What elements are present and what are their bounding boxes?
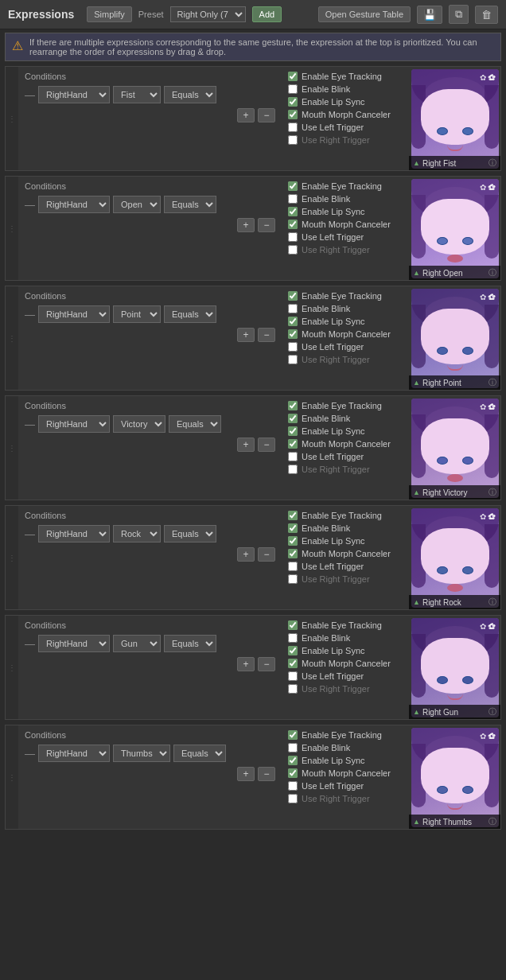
checkbox-use_right_trigger-point[interactable] (288, 355, 298, 364)
delete-icon-button[interactable]: 🗑 (475, 6, 498, 24)
checkbox-use_left_trigger-gun[interactable] (288, 671, 298, 681)
info-icon-victory[interactable]: ⓘ (488, 487, 496, 498)
checkbox-enable_blink-victory[interactable] (288, 414, 298, 423)
equals-select-point[interactable]: Equals (164, 305, 216, 323)
gesture-select-gun[interactable]: Gun (113, 635, 161, 652)
checkbox-enable_blink-rock[interactable] (288, 523, 298, 533)
preset-select[interactable]: Right Only (7 (170, 6, 246, 22)
add-condition-button-fist[interactable]: + (237, 108, 255, 122)
remove-condition-button-open[interactable]: − (258, 218, 275, 232)
checkbox-enable_lip_sync-rock[interactable] (288, 536, 298, 546)
checkbox-enable_blink-open[interactable] (288, 194, 298, 204)
checkbox-mouth_morph_canceler-thumbs[interactable] (288, 768, 298, 778)
checkbox-enable_lip_sync-thumbs[interactable] (288, 756, 298, 765)
hand-select-thumbs[interactable]: RightHand (38, 745, 110, 762)
checkbox-mouth_morph_canceler-rock[interactable] (288, 549, 298, 558)
hand-select-gun[interactable]: RightHand (38, 635, 110, 652)
equals-select-open[interactable]: Equals (164, 196, 216, 213)
add-condition-button-open[interactable]: + (237, 218, 255, 232)
hand-select-victory[interactable]: RightHand (38, 415, 110, 433)
gesture-select-victory[interactable]: Victory (113, 415, 165, 433)
simplify-button[interactable]: Simplify (87, 6, 132, 22)
gesture-select-open[interactable]: Open (113, 196, 161, 213)
checkbox-enable_lip_sync-open[interactable] (288, 207, 298, 216)
checkbox-mouth_morph_canceler-point[interactable] (288, 329, 298, 339)
copy-icon-button[interactable]: ⧉ (449, 5, 469, 24)
drag-handle-thumbs[interactable]: ⋮ (6, 725, 18, 829)
checkbox-use_right_trigger-thumbs[interactable] (288, 794, 298, 803)
add-condition-button-thumbs[interactable]: + (237, 767, 255, 781)
checkbox-enable_eye_tracking-gun[interactable] (288, 620, 298, 630)
info-icon-open[interactable]: ⓘ (488, 267, 496, 278)
checkbox-enable_blink-fist[interactable] (288, 84, 298, 94)
info-icon-thumbs[interactable]: ⓘ (488, 816, 496, 827)
add-condition-button-rock[interactable]: + (237, 547, 255, 562)
equals-select-thumbs[interactable]: Equals (173, 745, 226, 762)
equals-select-victory[interactable]: Equals (169, 415, 221, 433)
remove-condition-button-gun[interactable]: − (258, 657, 275, 671)
remove-condition-button-thumbs[interactable]: − (258, 767, 275, 781)
add-condition-button-victory[interactable]: + (237, 438, 255, 452)
drag-handle-fist[interactable]: ⋮ (6, 67, 18, 170)
remove-condition-button-fist[interactable]: − (258, 108, 275, 122)
checkbox-enable_lip_sync-point[interactable] (288, 317, 298, 326)
gesture-select-rock[interactable]: Rock (113, 525, 161, 542)
checkbox-enable_eye_tracking-rock[interactable] (288, 511, 298, 520)
checkbox-use_right_trigger-gun[interactable] (288, 684, 298, 694)
info-icon-gun[interactable]: ⓘ (488, 706, 496, 718)
drag-handle-victory[interactable]: ⋮ (6, 396, 18, 500)
remove-condition-button-victory[interactable]: − (258, 438, 275, 452)
checkbox-use_left_trigger-rock[interactable] (288, 562, 298, 571)
checkbox-mouth_morph_canceler-gun[interactable] (288, 659, 298, 668)
checkbox-enable_eye_tracking-thumbs[interactable] (288, 730, 298, 740)
gesture-select-thumbs[interactable]: Thumbs (113, 745, 170, 762)
checkbox-enable_lip_sync-victory[interactable] (288, 426, 298, 436)
checkbox-mouth_morph_canceler-fist[interactable] (288, 110, 298, 119)
drag-handle-open[interactable]: ⋮ (6, 177, 18, 280)
add-condition-button-gun[interactable]: + (237, 657, 255, 671)
hand-select-fist[interactable]: RightHand (38, 86, 110, 103)
checkbox-use_left_trigger-point[interactable] (288, 342, 298, 352)
info-icon-rock[interactable]: ⓘ (488, 597, 496, 608)
checkbox-use_left_trigger-victory[interactable] (288, 452, 298, 461)
info-icon-point[interactable]: ⓘ (488, 377, 496, 388)
left-eye-rock (437, 566, 448, 574)
hand-select-open[interactable]: RightHand (38, 196, 110, 213)
remove-condition-button-point[interactable]: − (258, 328, 275, 342)
equals-select-rock[interactable]: Equals (164, 525, 216, 542)
add-condition-button-point[interactable]: + (237, 328, 255, 342)
checkbox-mouth_morph_canceler-open[interactable] (288, 220, 298, 229)
save-icon-button[interactable]: 💾 (417, 6, 442, 24)
checkbox-enable_blink-point[interactable] (288, 304, 298, 313)
checkbox-use_right_trigger-victory[interactable] (288, 465, 298, 474)
checkbox-enable_eye_tracking-fist[interactable] (288, 72, 298, 81)
gesture-select-point[interactable]: Point (113, 305, 161, 323)
checkbox-use_right_trigger-open[interactable] (288, 245, 298, 255)
checkbox-enable_eye_tracking-point[interactable] (288, 291, 298, 301)
checkbox-enable_blink-gun[interactable] (288, 633, 298, 643)
checkbox-enable_lip_sync-fist[interactable] (288, 97, 298, 107)
gesture-select-fist[interactable]: Fist (113, 86, 161, 103)
info-icon-fist[interactable]: ⓘ (488, 158, 496, 169)
add-button[interactable]: Add (252, 6, 282, 22)
checkbox-mouth_morph_canceler-victory[interactable] (288, 439, 298, 449)
checkbox-enable_eye_tracking-victory[interactable] (288, 401, 298, 410)
equals-select-fist[interactable]: Equals (164, 86, 216, 103)
checkbox-use_right_trigger-rock[interactable] (288, 574, 298, 584)
drag-handle-gun[interactable]: ⋮ (6, 616, 18, 719)
equals-select-gun[interactable]: Equals (164, 635, 216, 652)
drag-handle-point[interactable]: ⋮ (6, 286, 18, 390)
checkbox-use_left_trigger-open[interactable] (288, 232, 298, 242)
open-gesture-table-button[interactable]: Open Gesture Table (318, 6, 411, 22)
hand-select-rock[interactable]: RightHand (38, 525, 110, 542)
right-eye-thumbs (462, 786, 473, 794)
checkbox-enable_lip_sync-gun[interactable] (288, 646, 298, 655)
remove-condition-button-rock[interactable]: − (258, 547, 275, 562)
checkbox-use_left_trigger-thumbs[interactable] (288, 781, 298, 791)
checkbox-use_right_trigger-fist[interactable] (288, 135, 298, 145)
checkbox-enable_eye_tracking-open[interactable] (288, 181, 298, 191)
checkbox-enable_blink-thumbs[interactable] (288, 743, 298, 752)
drag-handle-rock[interactable]: ⋮ (6, 506, 18, 609)
checkbox-use_left_trigger-fist[interactable] (288, 122, 298, 132)
hand-select-point[interactable]: RightHand (38, 305, 110, 323)
